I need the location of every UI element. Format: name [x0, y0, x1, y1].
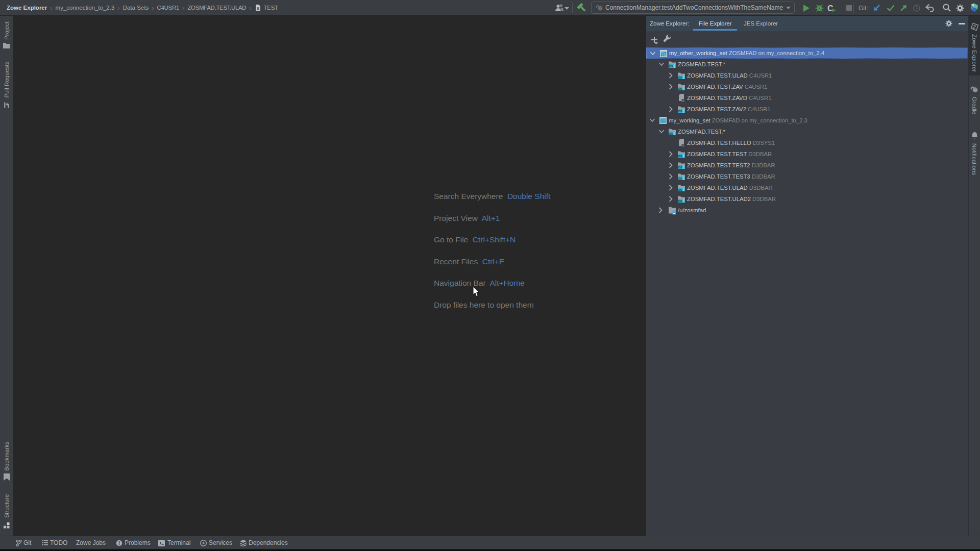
svg-text:DS: DS: [678, 177, 682, 180]
svg-text:DS: DS: [678, 188, 682, 191]
svg-text:DS: DS: [678, 87, 682, 90]
svg-text:DS: DS: [678, 166, 682, 169]
svg-text:DS: DS: [678, 76, 682, 79]
svg-text:DS: DS: [682, 144, 685, 146]
svg-text:DS: DS: [678, 110, 682, 113]
svg-text:DS: DS: [669, 132, 673, 135]
svg-text:DS: DS: [678, 199, 682, 203]
svg-text:DS: DS: [678, 155, 682, 158]
svg-text:DS: DS: [669, 65, 673, 68]
svg-text:DS: DS: [682, 99, 685, 102]
